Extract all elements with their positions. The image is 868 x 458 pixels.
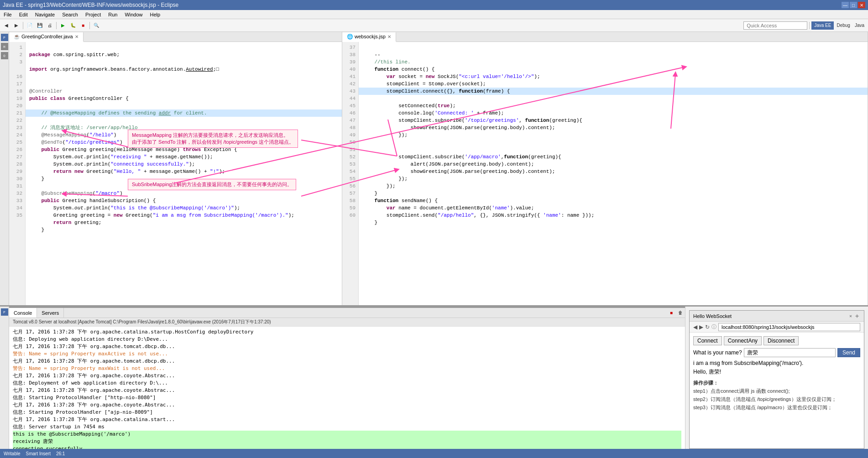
browser-navbar: ◀ ▶ ↻ ⓘ — [690, 322, 864, 333]
search-btn[interactable]: 🔍 — [92, 21, 101, 30]
send-btn[interactable]: Send — [837, 348, 860, 357]
forward-btn[interactable]: ▶ — [12, 21, 21, 30]
websockjs-code-lines: -- //this line. function connect() { var… — [359, 42, 868, 305]
perspective-java-btn[interactable]: Java — [853, 21, 866, 30]
minimize-btn[interactable]: — — [842, 2, 849, 8]
browser-name-row: What is your name? Send — [693, 348, 860, 357]
msg1-text: i am a msg from SubscribeMapping('/macro… — [693, 360, 860, 366]
name-input[interactable] — [744, 348, 836, 357]
menu-edit[interactable]: Edit — [17, 11, 30, 18]
tb-sep-1 — [23, 22, 23, 29]
window-controls[interactable]: — □ ✕ — [842, 2, 865, 8]
connect-any-btn[interactable]: ConnectAny — [724, 336, 762, 345]
new-btn[interactable]: 📄 — [25, 21, 34, 30]
menu-run[interactable]: Run — [106, 11, 119, 18]
greeting-editor-content[interactable]: 1231617181920212223242526272829303132333… — [9, 42, 342, 305]
console-line-8: 信息: Deployment of web application direct… — [13, 380, 681, 387]
console-tab[interactable]: Console — [9, 308, 37, 317]
statusbar: Writable Smart Insert 26:1 — [0, 449, 868, 458]
ops-step-3: step3）订阅消息（消息端点 /app/macro）这里也仅仅是订阅； — [693, 404, 860, 411]
status-smart-insert: Smart Insert — [26, 451, 51, 456]
sidebar-icon-1[interactable]: P — [1, 34, 8, 41]
console-output[interactable]: 七月 17, 2016 1:37:28 下午 org.apache.catali… — [9, 327, 685, 453]
console-line-highlight1: this is the @SubscribeMapping('/marco') — [13, 431, 681, 438]
ops-section: 操作步骤： step1）点击connect;调用 js 函数 connect()… — [693, 380, 860, 411]
stop-btn[interactable]: ■ — [78, 21, 88, 30]
servers-tab-label: Servers — [42, 310, 59, 316]
back-btn[interactable]: ◀ — [2, 21, 11, 30]
save-btn[interactable]: 💾 — [35, 21, 44, 30]
editor-websockjs: 🌐 websockjs.jsp ✕ 3738394041424344454647… — [342, 32, 868, 305]
close-btn[interactable]: ✕ — [858, 2, 865, 8]
run-btn[interactable]: ▶ — [58, 21, 68, 30]
console-line-14: 信息: Server startup in 7454 ms — [13, 423, 681, 431]
menu-search[interactable]: Search — [60, 11, 80, 18]
browser-back-btn[interactable]: ◀ — [693, 324, 697, 330]
console-clear-btn[interactable]: 🗑 — [676, 308, 685, 317]
websockjs-tab[interactable]: 🌐 websockjs.jsp ✕ — [342, 32, 396, 42]
perspective-javaee-btn[interactable]: Java EE — [811, 21, 834, 30]
disconnect-btn[interactable]: Disconnect — [763, 336, 799, 345]
console-line-5: 七月 17, 2016 1:37:28 下午 org.apache.tomcat… — [13, 358, 681, 365]
greeting-controller-tab[interactable]: ☕ GreetingController.java ✕ — [9, 32, 84, 42]
window-title: Java EE - spring13/WebContent/WEB-INF/vi… — [3, 2, 178, 8]
greeting-tab-close[interactable]: ✕ — [75, 34, 78, 39]
console-line-3: 七月 17, 2016 1:37:28 下午 org.apache.tomcat… — [13, 343, 681, 350]
bottom-sidebar-icon[interactable]: P — [1, 308, 8, 316]
websockjs-tab-bar: 🌐 websockjs.jsp ✕ — [342, 32, 868, 42]
perspective-debug-btn[interactable]: Debug — [835, 21, 852, 30]
sidebar-icon-3[interactable]: O — [1, 52, 8, 59]
maximize-btn[interactable]: □ — [850, 2, 857, 8]
console-line-7: 七月 17, 2016 1:37:28 下午 org.apache.coyote… — [13, 372, 681, 380]
console-line-9: 七月 17, 2016 1:37:28 下午 org.apache.coyote… — [13, 387, 681, 394]
console-stop-btn[interactable]: ■ — [667, 308, 676, 317]
menu-file[interactable]: File — [2, 11, 14, 18]
console-line-2: 信息: Deploying web application directory … — [13, 336, 681, 343]
ops-step-2: step2）订阅消息（消息端点 /topic/greetings）这里仅仅是订阅… — [693, 396, 860, 403]
websockjs-tab-close[interactable]: ✕ — [387, 34, 391, 39]
console-line-6: 警告: Name = spring Property maxWait is no… — [13, 365, 681, 372]
menu-window[interactable]: Window — [123, 11, 144, 18]
sidebar-icon-2[interactable]: H — [1, 43, 8, 50]
console-line-10: 信息: Starting ProtocolHandler ["http-nio-… — [13, 394, 681, 401]
status-position: 26:1 — [56, 451, 65, 456]
console-line-4: 警告: Name = spring Property maxActive is … — [13, 350, 681, 358]
menu-help[interactable]: Help — [148, 11, 162, 18]
browser-connect-row: Connect ConnectAny Disconnect — [693, 336, 860, 345]
titlebar: Java EE - spring13/WebContent/WEB-INF/vi… — [0, 0, 868, 10]
browser-reload-btn[interactable]: ↻ — [705, 324, 710, 330]
greeting-code-lines: package com.spring.spittr.web; import or… — [26, 42, 342, 305]
websockjs-code-area: 3738394041424344454647484950515253545556… — [342, 42, 868, 305]
top-editors: P H O ☕ GreetingController.java ✕ 123161… — [0, 32, 868, 307]
menubar: File Edit Navigate Search Project Run Wi… — [0, 10, 868, 19]
browser-protocol: ⓘ — [711, 323, 716, 330]
console-tab-bar: Console Servers ■ 🗑 — [9, 308, 685, 318]
ops-step-1: step1）点击connect;调用 js 函数 connect(); — [693, 388, 860, 395]
console-line-highlight2: receiving 唐荣 — [13, 438, 681, 445]
browser-forward-btn[interactable]: ▶ — [699, 324, 703, 330]
browser-new-tab-btn[interactable]: ＋ — [854, 312, 860, 320]
main-area: P H O ☕ GreetingController.java ✕ 123161… — [0, 32, 868, 453]
print-btn[interactable]: 🖨 — [45, 21, 54, 30]
bottom-right: Hello WebSocket ✕ ＋ ◀ ▶ ↻ ⓘ Connect — [685, 307, 868, 453]
websockjs-editor-content[interactable]: 3738394041424344454647484950515253545556… — [342, 42, 868, 305]
browser-titlebar: Hello WebSocket ✕ ＋ — [690, 311, 864, 322]
console-line-1: 七月 17, 2016 1:37:28 下午 org.apache.catali… — [13, 328, 681, 336]
quick-access-input[interactable] — [743, 21, 807, 30]
servers-tab[interactable]: Servers — [37, 308, 64, 317]
browser-address-bar[interactable] — [718, 323, 860, 331]
browser-body: Connect ConnectAny Disconnect What is yo… — [690, 333, 864, 448]
menu-navigate[interactable]: Navigate — [33, 11, 57, 18]
greeting-line-numbers: 1231617181920212223242526272829303132333… — [9, 42, 26, 305]
browser-close-btn[interactable]: ✕ — [849, 313, 852, 319]
bottom-panel: P ☕ WebSocketConfig.java ✕ 3910111213141… — [0, 307, 868, 453]
debug-btn[interactable]: 🐛 — [68, 21, 78, 30]
tb-sep-4 — [809, 22, 810, 29]
menu-project[interactable]: Project — [84, 11, 103, 18]
greeting-tab-bar: ☕ GreetingController.java ✕ — [9, 32, 342, 42]
console-line-13: 七月 17, 2016 1:37:28 下午 org.apache.catali… — [13, 416, 681, 423]
name-label: What is your name? — [693, 349, 742, 356]
toolbar: ◀ ▶ 📄 💾 🖨 ▶ 🐛 ■ 🔍 Java EE Debug Java — [0, 19, 868, 32]
bottom-left: ☕ WebSocketConfig.java ✕ 391011121314151… — [9, 307, 685, 453]
connect-btn[interactable]: Connect — [693, 336, 722, 345]
